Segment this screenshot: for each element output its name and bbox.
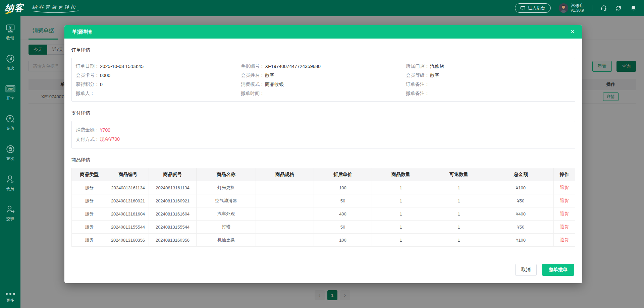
return-goods-link[interactable]: 退货	[560, 224, 569, 229]
logo: 纳客	[5, 1, 24, 15]
member-level: 散客	[430, 72, 439, 78]
sidebar-item-member[interactable]: 会员	[5, 174, 15, 192]
sidebar-more[interactable]: 更多	[0, 293, 20, 303]
void-whole-order-button[interactable]: 整单撤单	[542, 264, 574, 276]
product-row: 服务 20240813161134 20240813161134 灯光更换 10…	[72, 181, 575, 194]
bill-detail-modal: 单据详情 ✕ 订单详情 订单日期：2025-10-03 15:03:45 单据编…	[64, 25, 582, 283]
return-goods-link[interactable]: 退货	[560, 237, 569, 242]
modal-body: 订单详情 订单日期：2025-10-03 15:03:45 单据编号：XF197…	[64, 47, 582, 247]
return-goods-link[interactable]: 退货	[560, 198, 569, 203]
store-meta: 汽修店 v1.30.9	[571, 3, 584, 13]
avatar	[559, 3, 568, 13]
payment-info-box: 消费金额：¥700 支付方式：现金¥700	[71, 121, 575, 148]
monitor-icon	[520, 6, 525, 11]
vip-card-icon: VIP	[5, 84, 16, 94]
svg-text:VIP: VIP	[8, 87, 13, 91]
svg-text:¥: ¥	[9, 117, 11, 121]
product-row: 服务 20240813155544 20240813155544 打蜡 50 1…	[72, 221, 575, 234]
earned-points: 0	[100, 82, 103, 87]
sync-icon[interactable]	[615, 5, 622, 11]
account-info[interactable]: 汽修店 v1.30.9	[559, 3, 584, 13]
recharge-icon: ¥	[5, 114, 15, 124]
modal-header: 单据详情 ✕	[64, 25, 582, 39]
close-icon[interactable]: ✕	[571, 29, 575, 35]
product-row: 服务 20240813160356 20240813160356 机油更换 10…	[72, 234, 575, 247]
deduct-times-icon	[5, 54, 15, 64]
sidebar-item-cashier[interactable]: ¥ 收银	[5, 23, 15, 41]
return-goods-link[interactable]: 退货	[560, 211, 569, 216]
member-icon	[5, 174, 15, 184]
return-goods-link[interactable]: 退货	[560, 185, 569, 190]
sidebar-item-shift[interactable]: 交班	[5, 204, 15, 222]
store-name: 汽修店	[571, 3, 584, 8]
tagline-swoosh	[32, 10, 79, 13]
cancel-button[interactable]: 取消	[515, 264, 537, 276]
member-card-no: 0000	[100, 73, 110, 78]
store: 汽修店	[430, 63, 444, 69]
recharge-times-icon	[5, 144, 15, 154]
header-right: 进入后台 汽修店 v1.30.9	[515, 3, 644, 13]
consume-amount: ¥700	[100, 127, 110, 133]
customer-service-icon[interactable]	[600, 5, 607, 11]
shift-change-icon	[5, 204, 15, 214]
app-version: v1.30.9	[571, 8, 584, 13]
top-header: 纳客 纳客管店更轻松 进入后台 汽修店 v1.30.9	[0, 0, 644, 16]
sidebar-item-deduct[interactable]: 扣次	[5, 54, 15, 71]
payment-method: 现金¥700	[100, 136, 120, 142]
more-dots-icon	[6, 293, 15, 295]
products-table-header: 商品类型 商品编号 商品货号 商品名称 商品规格 折后单价 商品数量 可退数量 …	[72, 168, 575, 181]
order-section-title: 订单详情	[71, 47, 575, 53]
sidebar-item-open-card[interactable]: VIP 开卡	[5, 84, 16, 101]
sidebar-item-recharge[interactable]: ¥ 充值	[5, 114, 15, 131]
notification-bell-icon[interactable]	[630, 5, 637, 11]
screen: 纳客 纳客管店更轻松 进入后台 汽修店 v1.30.9	[0, 0, 644, 308]
products-table: 商品类型 商品编号 商品货号 商品名称 商品规格 折后单价 商品数量 可退数量 …	[71, 168, 575, 247]
member-name: 散客	[265, 72, 274, 78]
payment-section-title: 支付详情	[71, 110, 575, 116]
consume-mode: 商品收银	[265, 81, 284, 87]
modal-title: 单据详情	[72, 29, 92, 35]
bill-number: XF1974007447724359680	[265, 64, 321, 69]
product-row: 服务 20240813161604 20240813161604 汽车外观 40…	[72, 207, 575, 221]
order-info-box: 订单日期：2025-10-03 15:03:45 单据编号：XF19740074…	[71, 58, 575, 102]
enter-backend-button[interactable]: 进入后台	[515, 3, 551, 13]
product-row: 服务 20240813160921 20240813160921 空气滤清器 5…	[72, 194, 575, 207]
sidebar-item-recharge-times[interactable]: 充次	[5, 144, 15, 162]
more-label: 更多	[6, 298, 14, 303]
cashier-icon: ¥	[5, 23, 15, 34]
tagline: 纳客管店更轻松	[32, 4, 79, 13]
header-divider	[592, 5, 592, 11]
modal-footer: 取消 整单撤单	[515, 264, 574, 276]
svg-text:¥: ¥	[9, 25, 11, 29]
product-section-title: 商品详情	[71, 157, 575, 163]
side-nav: ¥ 收银 扣次 VIP 开卡 ¥ 充值 充次 会员 交班 更多	[0, 16, 20, 308]
order-date: 2025-10-03 15:03:45	[100, 64, 144, 69]
